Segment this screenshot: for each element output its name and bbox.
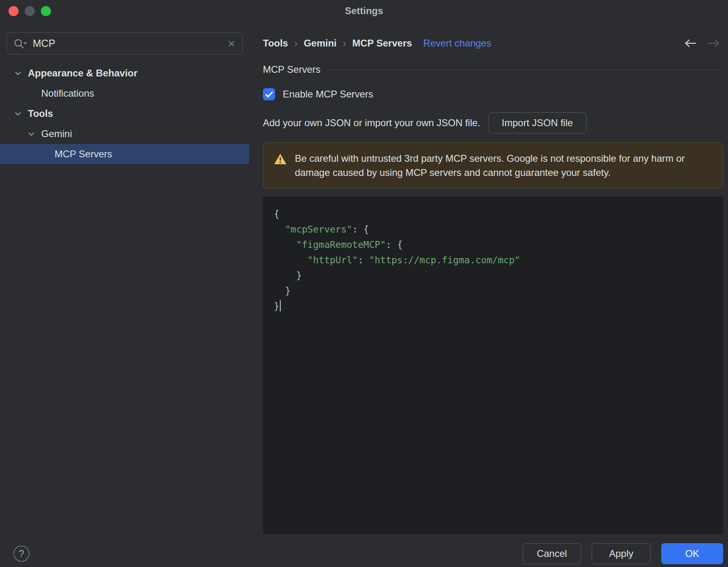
code-punctuation: : { bbox=[352, 224, 369, 235]
tree-item-appearance-behavior[interactable]: Appearance & Behavior bbox=[0, 63, 249, 83]
breadcrumb-item[interactable]: Gemini bbox=[304, 38, 336, 49]
chevron-down-icon[interactable] bbox=[15, 71, 28, 76]
warning-banner: Be careful with untrusted 3rd party MCP … bbox=[263, 142, 723, 188]
import-row: Add your own JSON or import your own JSO… bbox=[263, 112, 723, 133]
code-punctuation: : { bbox=[386, 239, 403, 250]
settings-tree: Appearance & BehaviorNotificationsToolsG… bbox=[0, 63, 249, 164]
import-hint-text: Add your own JSON or import your own JSO… bbox=[263, 117, 480, 129]
code-punctuation: } bbox=[274, 270, 302, 281]
apply-button[interactable]: Apply bbox=[592, 543, 651, 564]
dialog-footer: ? Cancel Apply OK bbox=[0, 539, 728, 567]
code-punctuation bbox=[274, 255, 307, 265]
json-editor-code: { "mcpServers": { "figmaRemoteMCP": { "h… bbox=[274, 206, 715, 314]
json-editor[interactable]: { "mcpServers": { "figmaRemoteMCP": { "h… bbox=[263, 197, 723, 534]
tree-item-label: MCP Servers bbox=[55, 148, 112, 160]
warning-text: Be careful with untrusted 3rd party MCP … bbox=[295, 151, 712, 180]
breadcrumb-item[interactable]: Tools bbox=[263, 38, 288, 49]
section-title: MCP Servers bbox=[263, 64, 320, 75]
code-punctuation bbox=[274, 224, 285, 235]
code-line: } bbox=[274, 283, 715, 298]
forward-arrow-icon[interactable] bbox=[708, 39, 720, 48]
code-punctuation bbox=[274, 239, 296, 250]
checkmark-icon bbox=[265, 91, 273, 98]
clear-search-icon[interactable]: × bbox=[228, 38, 235, 50]
close-button[interactable] bbox=[8, 6, 19, 16]
breadcrumb-item[interactable]: MCP Servers bbox=[352, 38, 412, 49]
breadcrumb-row: Tools›Gemini›MCP Servers Revert changes bbox=[263, 36, 723, 50]
revert-changes-link[interactable]: Revert changes bbox=[423, 38, 491, 49]
history-arrows bbox=[684, 39, 723, 48]
code-line: "httpUrl": "https://mcp.figma.com/mcp" bbox=[274, 252, 715, 268]
code-key: "mcpServers" bbox=[285, 224, 352, 235]
code-line: "mcpServers": { bbox=[274, 222, 715, 237]
code-punctuation: } bbox=[274, 286, 291, 296]
code-key: "figmaRemoteMCP" bbox=[296, 239, 386, 250]
search-icon bbox=[13, 38, 28, 49]
window-title: Settings bbox=[345, 5, 383, 17]
settings-window: Settings × Appearance & BehaviorNotifica… bbox=[0, 0, 728, 567]
code-punctuation: : bbox=[358, 255, 369, 265]
code-line: } bbox=[274, 268, 715, 283]
tree-item-label: Tools bbox=[28, 108, 53, 119]
code-key: "httpUrl" bbox=[307, 255, 358, 265]
tree-item-tools[interactable]: Tools bbox=[0, 104, 249, 124]
cancel-button[interactable]: Cancel bbox=[523, 543, 581, 564]
main-area: × Appearance & BehaviorNotificationsTool… bbox=[0, 22, 728, 539]
search-input[interactable] bbox=[33, 38, 223, 49]
minimize-button[interactable] bbox=[25, 6, 35, 16]
breadcrumb-separator: › bbox=[343, 37, 346, 50]
chevron-down-icon[interactable] bbox=[28, 132, 41, 136]
code-line: } bbox=[274, 298, 715, 314]
text-caret bbox=[280, 300, 281, 311]
tree-item-gemini[interactable]: Gemini bbox=[0, 124, 249, 144]
back-arrow-icon[interactable] bbox=[684, 39, 696, 48]
settings-sidebar: × Appearance & BehaviorNotificationsTool… bbox=[0, 22, 250, 539]
tree-item-label: Notifications bbox=[41, 88, 94, 99]
breadcrumb: Tools›Gemini›MCP Servers bbox=[263, 37, 412, 50]
tree-item-notifications[interactable]: Notifications bbox=[0, 83, 249, 104]
footer-buttons: Cancel Apply OK bbox=[523, 543, 723, 564]
help-button[interactable]: ? bbox=[13, 546, 30, 562]
enable-mcp-label: Enable MCP Servers bbox=[283, 89, 373, 100]
import-json-button[interactable]: Import JSON file bbox=[489, 112, 586, 133]
warning-icon bbox=[274, 153, 287, 167]
code-punctuation: } bbox=[274, 301, 279, 311]
code-punctuation: { bbox=[274, 209, 279, 219]
tree-item-mcp-servers[interactable]: MCP Servers bbox=[0, 144, 249, 164]
enable-mcp-checkbox[interactable] bbox=[263, 88, 275, 100]
ok-button[interactable]: OK bbox=[661, 543, 723, 564]
chevron-down-icon[interactable] bbox=[15, 112, 28, 116]
code-line: "figmaRemoteMCP": { bbox=[274, 237, 715, 252]
enable-mcp-row: Enable MCP Servers bbox=[263, 88, 723, 100]
code-line: { bbox=[274, 206, 715, 222]
breadcrumb-separator: › bbox=[294, 37, 298, 50]
settings-content: Tools›Gemini›MCP Servers Revert changes bbox=[250, 22, 728, 539]
tree-item-label: Gemini bbox=[41, 128, 72, 140]
section-header: MCP Servers bbox=[263, 64, 723, 75]
section-divider bbox=[328, 70, 723, 70]
search-field[interactable]: × bbox=[6, 32, 243, 55]
title-bar: Settings bbox=[0, 0, 728, 22]
zoom-button[interactable] bbox=[41, 6, 51, 16]
code-string: "https://mcp.figma.com/mcp" bbox=[369, 255, 520, 265]
tree-item-label: Appearance & Behavior bbox=[28, 68, 138, 79]
traffic-lights bbox=[8, 6, 51, 16]
